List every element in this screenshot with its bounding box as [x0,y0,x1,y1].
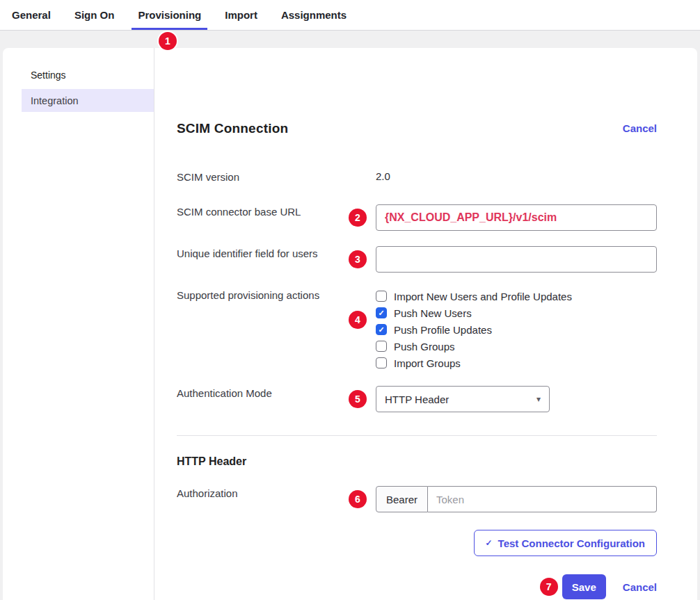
checkbox-push-profile-updates[interactable]: ✓ [376,324,387,335]
app-tabbar: General Sign On Provisioning Import Assi… [0,0,700,31]
bearer-prefix: Bearer [376,486,428,512]
checkbox-row-push-groups[interactable]: ✓ Push Groups [376,338,657,355]
save-button[interactable]: Save [562,574,606,599]
settings-sidebar: Settings Integration [3,48,154,600]
step-badge-7: 7 [540,578,558,596]
test-connector-button-label: Test Connector Configuration [498,537,645,549]
base-url-label: SCIM connector base URL [177,204,376,231]
http-header-section-title: HTTP Header [177,455,657,468]
check-icon: ✓ [378,309,384,317]
checkbox-import-groups[interactable]: ✓ [376,357,387,368]
form-row-provisioning-actions: Supported provisioning actions 4 ✓ Impor… [177,288,657,371]
save-row: 7 Save Cancel [177,574,657,599]
form-row-unique-identifier: Unique identifier field for users 3 [177,246,657,273]
tab-assignments[interactable]: Assignments [275,0,353,30]
form-row-authentication-mode: Authentication Mode 5 HTTP Header ▾ [177,386,657,412]
form-row-base-url: SCIM connector base URL 2 [177,204,657,231]
check-icon: ✓ [486,538,493,548]
checkbox-label: Push Groups [394,341,455,352]
checkbox-label: Push New Users [394,307,472,319]
scim-version-label: SCIM version [177,170,376,184]
tab-provisioning[interactable]: Provisioning [132,0,207,30]
scim-connection-panel: SCIM Connection Cancel SCIM version 2.0 … [154,48,697,600]
checkbox-import-new-users[interactable]: ✓ [376,291,387,302]
tab-import[interactable]: Import [218,0,264,30]
provisioning-card: Settings Integration SCIM Connection Can… [3,48,697,600]
form-row-scim-version: SCIM version 2.0 [177,170,657,184]
cancel-link-top[interactable]: Cancel [623,122,657,134]
test-connector-button[interactable]: ✓ Test Connector Configuration [474,530,657,556]
checkbox-label: Import Groups [394,357,461,369]
provisioning-actions-list: ✓ Import New Users and Profile Updates ✓… [376,288,657,371]
scim-version-value: 2.0 [376,170,657,184]
token-input[interactable] [428,486,657,512]
checkbox-push-groups[interactable]: ✓ [376,341,387,352]
checkbox-row-push-profile-updates[interactable]: ✓ Push Profile Updates [376,321,657,338]
checkbox-push-new-users[interactable]: ✓ [376,307,387,318]
page-title: SCIM Connection [177,121,288,136]
unique-identifier-input[interactable] [376,246,657,273]
unique-identifier-label: Unique identifier field for users [177,246,376,273]
checkbox-row-push-new-users[interactable]: ✓ Push New Users [376,305,657,321]
tab-sign-on[interactable]: Sign On [68,0,121,30]
cancel-link-bottom[interactable]: Cancel [623,581,657,593]
authorization-field-group: Bearer [376,486,657,512]
provisioning-actions-label: Supported provisioning actions [177,288,376,371]
authorization-label: Authorization [177,486,376,512]
authentication-mode-select[interactable]: HTTP Header ▾ [376,386,550,412]
authentication-mode-label: Authentication Mode [177,386,376,412]
checkbox-label: Import New Users and Profile Updates [394,291,572,302]
scim-title-row: SCIM Connection Cancel [177,112,657,145]
tab-general[interactable]: General [6,0,57,30]
form-row-authorization: Authorization 6 Bearer [177,486,657,512]
base-url-input[interactable] [376,204,657,231]
sidebar-item-integration[interactable]: Integration [22,89,154,112]
sidebar-header-settings: Settings [31,70,154,81]
checkbox-row-import-groups[interactable]: ✓ Import Groups [376,355,657,371]
checkbox-label: Push Profile Updates [394,324,492,336]
authentication-mode-value: HTTP Header [385,394,449,405]
chevron-down-icon: ▾ [536,394,541,404]
step-badge-1: 1 [159,32,177,50]
test-connector-row: ✓ Test Connector Configuration [177,530,657,556]
check-icon: ✓ [378,326,384,334]
section-divider [177,435,657,436]
checkbox-row-import-new-users[interactable]: ✓ Import New Users and Profile Updates [376,288,657,305]
